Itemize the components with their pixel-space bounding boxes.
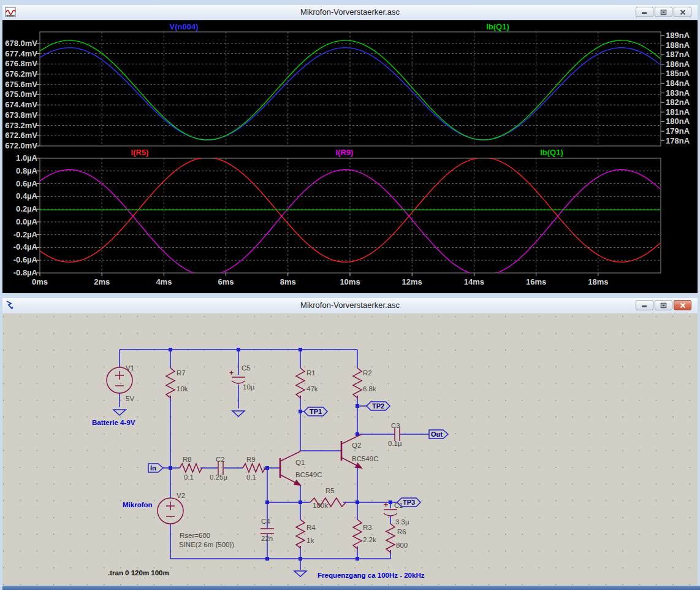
resistor-name[interactable]: R8 <box>183 456 192 463</box>
x-axis-tick-label: 10ms <box>340 277 360 286</box>
waveform-window-controls <box>636 7 691 17</box>
resistor-name[interactable]: R9 <box>246 456 256 463</box>
source-name[interactable]: V2 <box>177 492 185 499</box>
right-axis-tick-label: 184nA <box>666 79 690 88</box>
capacitor-value[interactable]: 10µ <box>243 383 255 391</box>
resistor-name[interactable]: R3 <box>363 524 372 531</box>
x-axis-tick-label: 6ms <box>218 277 234 286</box>
resistor-name[interactable]: R5 <box>325 487 335 494</box>
right-axis-tick-label: 179nA <box>666 126 690 136</box>
resistor-value[interactable]: 1k <box>306 537 314 544</box>
resistor-value[interactable]: 100k <box>313 502 328 509</box>
resistor-value[interactable]: 6.8k <box>363 385 376 393</box>
schematic-window: Mikrofon-Vorverstaerker.asc R710kR147kR2… <box>0 296 700 590</box>
resistor-name[interactable]: R2 <box>363 369 372 377</box>
trace-label-Ib(Q1)[interactable]: Ib(Q1) <box>540 148 563 157</box>
y-axis-tick-label: 0.2µA <box>16 204 38 213</box>
capacitor-value[interactable]: 3.3µ <box>395 518 409 526</box>
waveform-title: Mikrofon-Vorverstaerker.asc <box>2 7 698 17</box>
capacitor-name[interactable]: C3 <box>391 422 400 429</box>
resistor-value[interactable]: 0.1 <box>246 473 256 481</box>
source-value[interactable]: 5V <box>126 395 134 402</box>
x-axis-tick-label: 18ms <box>588 277 608 286</box>
port-label: TP3 <box>403 499 415 506</box>
y-axis-tick-label: 676.8mV <box>5 59 37 68</box>
capacitor-value[interactable]: 0.1µ <box>388 440 402 447</box>
close-button[interactable] <box>674 7 691 17</box>
resistor-name[interactable]: R6 <box>397 528 406 535</box>
waveform-window: Mikrofon-Vorverstaerker.asc 678.0mV677.4… <box>0 0 700 296</box>
wire-junction <box>265 466 269 470</box>
schematic-titlebar[interactable]: Mikrofon-Vorverstaerker.asc <box>2 298 698 313</box>
capacitor-value[interactable]: 22n <box>261 535 273 542</box>
x-axis-tick-label: 0ms <box>32 277 48 286</box>
y-axis-tick-label: -0.2µA <box>13 230 38 239</box>
transistor-value[interactable]: BC549C <box>352 455 378 462</box>
wire-junction <box>169 348 172 351</box>
restore-button[interactable] <box>655 300 672 310</box>
waveform-titlebar[interactable]: Mikrofon-Vorverstaerker.asc <box>2 5 698 20</box>
wire-junction <box>169 466 172 470</box>
minimize-button[interactable] <box>636 300 653 310</box>
resistor-name[interactable]: R1 <box>306 369 316 377</box>
resistor-value[interactable]: 47k <box>306 385 318 393</box>
wire-junction <box>356 404 359 408</box>
capacitor-value[interactable]: 0.25µ <box>210 473 227 481</box>
restore-icon <box>660 302 667 308</box>
resistor-value[interactable]: 0.1 <box>184 473 194 481</box>
resistor-value[interactable]: 10k <box>177 385 188 393</box>
y-axis-tick-label: 675.6mV <box>5 80 37 89</box>
trace-label-I(R9)[interactable]: I(R9) <box>336 148 354 157</box>
resistor-name[interactable]: R7 <box>177 369 186 377</box>
resistor-name[interactable]: R4 <box>306 524 316 531</box>
restore-icon <box>660 9 667 15</box>
source-param-text[interactable]: SINE(2 6m {500}) <box>179 541 234 548</box>
comment-text[interactable]: Frequenzgang ca 100Hz - 20kHz <box>318 572 425 579</box>
right-axis-tick-label: 185nA <box>666 69 690 78</box>
x-axis-tick-label: 8ms <box>280 277 296 286</box>
trace-label-Ib(Q1)[interactable]: Ib(Q1) <box>486 22 509 31</box>
capacitor-name[interactable]: C1 <box>394 502 403 509</box>
source-name[interactable]: V1 <box>126 364 134 372</box>
port-label: In <box>150 464 156 472</box>
minimize-button[interactable] <box>636 7 653 17</box>
transistor-name[interactable]: Q2 <box>352 442 361 449</box>
transistor-value[interactable]: BC549C <box>295 471 322 478</box>
comment-text[interactable]: Batterie 4-9V <box>92 419 135 426</box>
waveform-plot-area[interactable]: 678.0mV677.4mV676.8mV676.2mV675.6mV675.0… <box>2 20 698 293</box>
y-axis-tick-label: -0.8µA <box>13 268 38 277</box>
wire-junction <box>299 410 302 413</box>
resistor-value[interactable]: 800 <box>396 542 408 549</box>
resistor-value[interactable]: 2.2k <box>363 536 376 543</box>
capacitor-name[interactable]: C2 <box>216 456 225 463</box>
port-label: TP1 <box>310 408 322 415</box>
y-axis-tick-label: 0.8µA <box>16 166 38 175</box>
restore-button[interactable] <box>655 7 672 17</box>
transistor-name[interactable]: Q1 <box>295 459 305 466</box>
x-axis-tick-label: 2ms <box>94 277 110 286</box>
polarity-plus: + <box>384 500 388 509</box>
wire-junction <box>237 348 240 351</box>
trace-label-V(n004)[interactable]: V(n004) <box>170 22 199 31</box>
right-axis-tick-label: 187nA <box>666 50 690 59</box>
capacitor-name[interactable]: C4 <box>261 518 270 525</box>
y-axis-tick-label: 0.6µA <box>16 179 38 188</box>
wire-junction <box>299 557 302 561</box>
polarity-plus: + <box>229 369 234 377</box>
y-axis-tick-label: 0.4µA <box>16 191 38 201</box>
trace-label-I(R5)[interactable]: I(R5) <box>131 148 149 157</box>
comment-text[interactable]: Mikrofon <box>123 501 153 508</box>
schematic-canvas[interactable]: R710kR147kR26.8kR80.1R90.1R5100kR41kR32.… <box>2 313 698 586</box>
y-axis-tick-label: 674.4mV <box>5 100 37 109</box>
capacitor-name[interactable]: C5 <box>242 364 251 372</box>
wire-junction <box>265 557 269 561</box>
spice-directive[interactable]: .tran 0 120m 100m <box>108 569 169 577</box>
wire-junction <box>356 500 359 504</box>
right-axis-tick-label: 186nA <box>666 59 690 69</box>
close-button[interactable] <box>674 300 691 310</box>
x-axis-tick-label: 12ms <box>402 277 422 286</box>
y-axis-tick-label: 677.4mV <box>5 49 37 58</box>
right-axis-tick-label: 182nA <box>666 98 690 107</box>
y-axis-tick-label: 673.8mV <box>5 110 37 120</box>
source-param-text[interactable]: Rser=600 <box>180 532 210 539</box>
